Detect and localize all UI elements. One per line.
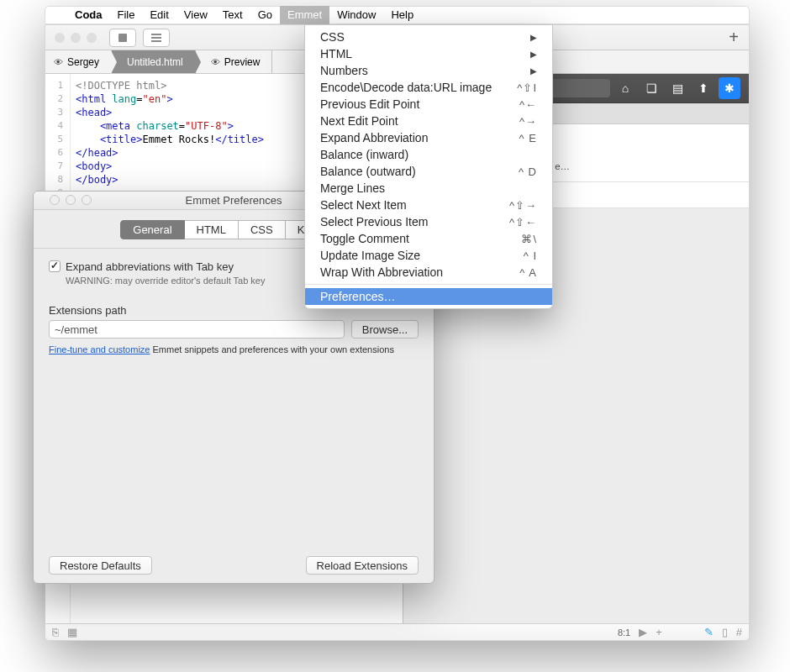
- status-icon-1[interactable]: ⎘: [52, 626, 59, 638]
- home-icon[interactable]: ⌂: [614, 77, 636, 99]
- emmet-menu[interactable]: Emmet: [280, 6, 329, 24]
- crumb-preview[interactable]: Preview: [196, 50, 273, 73]
- prefs-zoom-icon[interactable]: [82, 195, 92, 205]
- menu-numbers[interactable]: Numbers: [305, 62, 552, 79]
- menu-separator: [305, 284, 552, 285]
- help-menu[interactable]: Help: [383, 7, 421, 24]
- tab-css[interactable]: CSS: [239, 220, 286, 239]
- prefs-minimize-icon[interactable]: [66, 195, 76, 205]
- prefs-close-icon[interactable]: [50, 195, 60, 205]
- menu-expand-abbreviation[interactable]: Expand Abbreviation^ E: [305, 129, 552, 146]
- menu-css[interactable]: CSS: [305, 29, 552, 45]
- menu-select-prev[interactable]: Select Previous Item^⇧←: [305, 213, 552, 230]
- menu-balance-inward[interactable]: Balance (inward): [305, 146, 552, 163]
- close-dot-icon[interactable]: [55, 33, 65, 43]
- tab-general[interactable]: General: [120, 220, 184, 239]
- menu-next-edit-point[interactable]: Next Edit Point^→: [305, 113, 552, 129]
- expand-tab-label: Expand abbreviations with Tab key: [66, 260, 265, 273]
- play-icon[interactable]: ▶: [639, 626, 647, 638]
- view-menu[interactable]: View: [176, 7, 215, 24]
- menu-preferences[interactable]: Preferences…: [305, 288, 552, 305]
- crumb-file[interactable]: Untitled.html: [112, 50, 196, 73]
- menu-toggle-comment[interactable]: Toggle Comment⌘\: [305, 230, 552, 247]
- reload-extensions-button[interactable]: Reload Extensions: [306, 556, 419, 575]
- tab-html[interactable]: HTML: [185, 220, 239, 239]
- expand-tab-warning: WARNING: may override editor's default T…: [66, 276, 265, 286]
- menu-wrap-abbreviation[interactable]: Wrap With Abbreviation^ A: [305, 264, 552, 281]
- menu-prev-edit-point[interactable]: Previous Edit Point^←: [305, 96, 552, 113]
- new-tab-button[interactable]: +: [729, 28, 739, 47]
- menu-update-image-size[interactable]: Update Image Size^ I: [305, 247, 552, 264]
- book-icon[interactable]: ▤: [666, 77, 688, 99]
- feather-icon[interactable]: ✎: [704, 626, 714, 638]
- hash-icon[interactable]: #: [736, 626, 742, 638]
- add-icon[interactable]: +: [656, 626, 662, 638]
- crumb-sergey[interactable]: Sergey: [45, 50, 112, 73]
- minimize-dot-icon[interactable]: [71, 33, 81, 43]
- fine-tune-link[interactable]: Fine-tune and customize: [49, 344, 150, 354]
- file-menu[interactable]: File: [110, 7, 143, 24]
- system-menubar: Coda File Edit View Text Go Emmet Window…: [45, 6, 750, 24]
- restore-defaults-button[interactable]: Restore Defaults: [49, 556, 152, 575]
- menu-merge-lines[interactable]: Merge Lines: [305, 180, 552, 197]
- menu-select-next[interactable]: Select Next Item^⇧→: [305, 197, 552, 213]
- menu-html[interactable]: HTML: [305, 45, 552, 62]
- expand-tab-checkbox[interactable]: [49, 260, 61, 272]
- emmet-menu-dropdown: CSS HTML Numbers Encode\Decode data:URL …: [304, 24, 553, 309]
- panel-icon[interactable]: ▯: [722, 626, 728, 638]
- zoom-dot-icon[interactable]: [87, 33, 97, 43]
- edit-menu[interactable]: Edit: [142, 7, 176, 24]
- app-menu[interactable]: Coda: [67, 7, 110, 24]
- extensions-path-input[interactable]: ~/emmet: [49, 320, 345, 339]
- text-menu[interactable]: Text: [215, 7, 250, 24]
- copy-icon[interactable]: ❏: [640, 77, 662, 99]
- upload-icon[interactable]: ⬆: [693, 77, 714, 99]
- help-text: Fine-tune and customize Emmet snippets a…: [49, 344, 419, 356]
- view-square-toggle[interactable]: [109, 29, 136, 47]
- go-menu[interactable]: Go: [250, 7, 280, 24]
- status-bar: ⎘ ▦ 8:1 ▶ + ✎ ▯ #: [45, 623, 749, 640]
- menu-balance-outward[interactable]: Balance (outward)^ D: [305, 163, 552, 180]
- menu-encode-decode[interactable]: Encode\Decode data:URL image^⇧I: [305, 79, 552, 96]
- status-icon-2[interactable]: ▦: [67, 626, 77, 638]
- window-controls[interactable]: [45, 33, 106, 43]
- cursor-position: 8:1: [618, 627, 630, 638]
- prefs-title: Emmet Preferences: [186, 194, 282, 207]
- browse-button[interactable]: Browse...: [351, 320, 419, 339]
- view-list-toggle[interactable]: [143, 29, 170, 47]
- window-menu[interactable]: Window: [329, 7, 383, 24]
- snippet-icon[interactable]: ✱: [719, 77, 740, 99]
